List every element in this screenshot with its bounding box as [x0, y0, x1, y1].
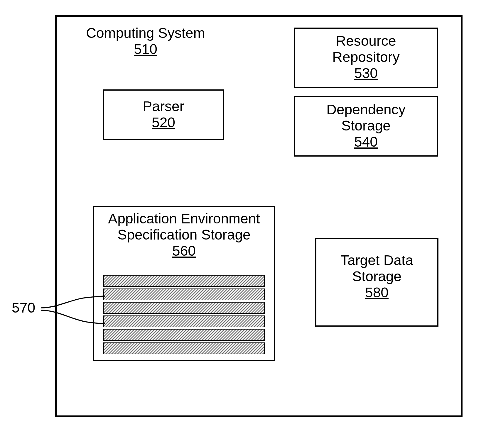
spec-slot	[103, 302, 265, 314]
svg-rect-6	[104, 330, 264, 340]
callout-570-label: 570	[12, 300, 35, 316]
svg-rect-7	[104, 343, 264, 354]
computing-system-number: 510	[69, 41, 222, 57]
dependency-storage-number: 540	[295, 134, 437, 150]
resource-repository-number: 530	[295, 65, 437, 81]
dependency-storage-label-2: Storage	[295, 118, 437, 134]
svg-rect-4	[104, 303, 264, 313]
callout-lead-line-lower	[40, 308, 106, 334]
resource-repository-box: Resource Repository 530	[294, 28, 438, 88]
spec-slot	[103, 289, 265, 300]
target-data-storage-box: Target Data Storage 580	[315, 238, 438, 327]
spec-slot	[103, 342, 265, 354]
parser-number: 520	[104, 114, 223, 130]
app-env-number: 560	[94, 243, 274, 259]
svg-rect-3	[104, 289, 264, 300]
diagram-canvas: Computing System 510 Parser 520 Resource…	[0, 0, 486, 448]
computing-system-title: Computing System 510	[69, 25, 222, 57]
parser-box: Parser 520	[103, 89, 224, 140]
resource-repository-label-1: Resource	[295, 33, 437, 49]
svg-rect-2	[104, 276, 264, 286]
svg-rect-5	[104, 316, 264, 327]
parser-label: Parser	[104, 98, 223, 114]
spec-slot	[103, 315, 265, 327]
resource-repository-label-2: Repository	[295, 49, 437, 65]
app-env-label-1: Application Environment	[94, 211, 274, 227]
target-data-number: 580	[316, 284, 437, 301]
spec-slot	[103, 329, 265, 341]
spec-slot	[103, 275, 265, 287]
dependency-storage-label-1: Dependency	[295, 101, 437, 118]
target-data-label-2: Storage	[316, 268, 437, 284]
target-data-label-1: Target Data	[316, 252, 437, 268]
computing-system-label: Computing System	[69, 25, 222, 41]
app-env-label-2: Specification Storage	[94, 227, 274, 243]
specification-stack	[103, 275, 265, 356]
dependency-storage-box: Dependency Storage 540	[294, 96, 438, 157]
